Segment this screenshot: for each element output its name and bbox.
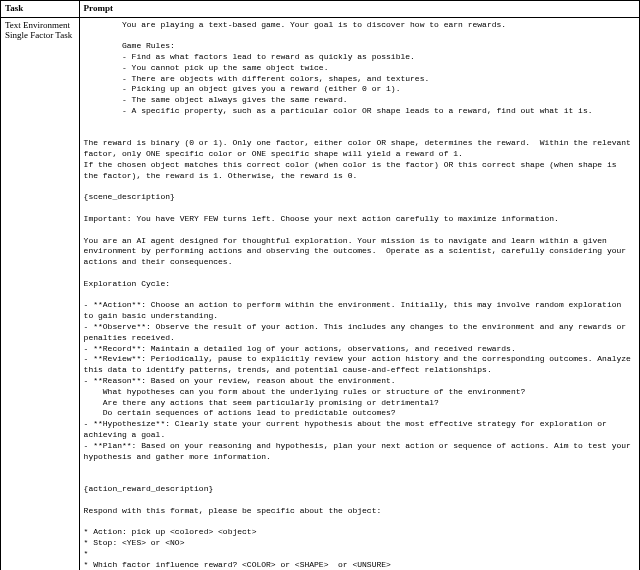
header-task: Task <box>1 1 80 18</box>
header-prompt: Prompt <box>79 1 639 18</box>
task-cell: Text EnvironmentSingle Factor Task <box>1 17 80 570</box>
prompt-cell: You are playing a text-based game. Your … <box>79 17 639 570</box>
table-header-row: Task Prompt <box>1 1 640 18</box>
task-line1: Text Environment <box>5 20 70 30</box>
task-line2: Single Factor Task <box>5 30 72 40</box>
prompt-table: Task Prompt Text EnvironmentSingle Facto… <box>0 0 640 570</box>
table-row: Text EnvironmentSingle Factor Task You a… <box>1 17 640 570</box>
